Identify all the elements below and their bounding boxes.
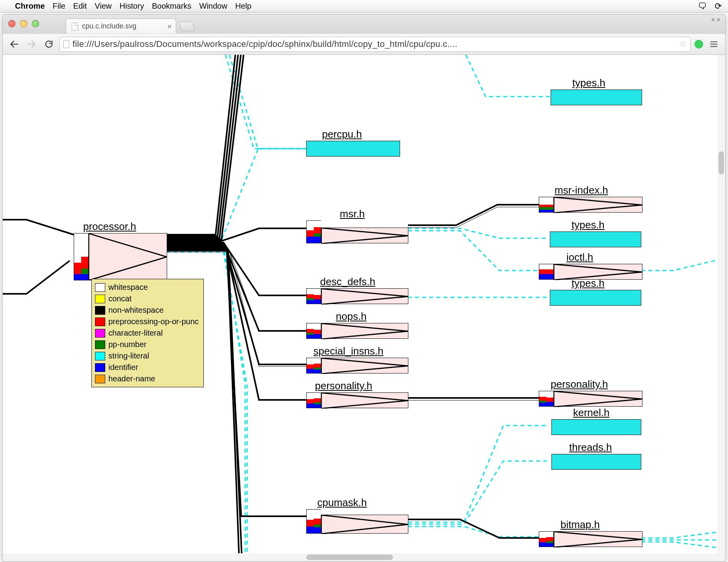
menubar-history[interactable]: History [119, 2, 144, 11]
legend-item-label: header-name [108, 374, 155, 383]
omnibox-url: file:///Users/paulross/Documents/workspa… [73, 39, 676, 49]
fullscreen-icon[interactable] [711, 18, 721, 27]
bookmark-star-icon[interactable]: ☆ [679, 39, 687, 49]
new-tab-button[interactable] [179, 22, 195, 31]
menubar-file[interactable]: File [53, 2, 65, 11]
horizontal-scroll-thumb[interactable] [306, 555, 393, 560]
legend-item: string-literal [95, 350, 199, 362]
legend-item: non-whitespace [95, 304, 199, 316]
url-scheme-icon [63, 40, 69, 48]
legend-item: preprocessing-op-or-punc [95, 316, 199, 327]
legend-item: whitespace [95, 282, 199, 293]
tab-favicon-icon [72, 22, 78, 30]
legend-item: character-literal [95, 327, 199, 339]
forward-button[interactable] [25, 37, 38, 51]
tab-close-icon[interactable]: × [167, 22, 172, 31]
legend-item-label: pp-number [108, 340, 147, 349]
menubar-bookmarks[interactable]: Bookmarks [152, 2, 192, 11]
browser-window: cpu.c.include.svg × file:///Users/paulro… [2, 14, 726, 562]
menubar-view[interactable]: View [95, 2, 112, 11]
page-viewport[interactable]: processor.h percpu.h types.h msr.h [3, 55, 725, 561]
legend-item-label: identifier [108, 363, 138, 372]
menubar-edit[interactable]: Edit [73, 2, 87, 11]
back-button[interactable] [7, 37, 21, 51]
vertical-scrollbar[interactable] [717, 55, 725, 561]
reload-button[interactable] [42, 37, 56, 51]
extension-evernote-icon[interactable] [694, 40, 703, 49]
window-controls [8, 20, 39, 27]
legend-item-label: character-literal [108, 329, 163, 338]
tabstrip: cpu.c.include.svg × [3, 15, 725, 34]
legend-item-label: concat [108, 294, 132, 303]
legend-item: concat [95, 293, 199, 304]
vertical-scroll-thumb[interactable] [719, 151, 724, 174]
chrome-menu-button[interactable] [707, 37, 721, 51]
menubar-app-name[interactable]: Chrome [15, 2, 45, 11]
legend-item-label: preprocessing-op-or-punc [108, 317, 199, 326]
legend-item: identifier [95, 362, 199, 373]
legend-item: pp-number [95, 339, 199, 350]
status-sync-icon[interactable]: ⟳ [715, 1, 722, 11]
status-speech-icon[interactable]: 🗨 [698, 1, 707, 11]
omnibox[interactable]: file:///Users/paulross/Documents/workspa… [60, 37, 691, 52]
legend-box: whitespace concat non-whitespace preproc… [91, 279, 204, 387]
legend-item: header-name [95, 373, 199, 385]
browser-toolbar: file:///Users/paulross/Documents/workspa… [3, 34, 725, 55]
menubar-window[interactable]: Window [199, 2, 227, 11]
window-zoom-button[interactable] [32, 20, 39, 27]
browser-tab[interactable]: cpu.c.include.svg × [66, 19, 176, 34]
tab-title: cpu.c.include.svg [82, 22, 136, 30]
horizontal-scrollbar[interactable] [3, 553, 717, 561]
window-minimize-button[interactable] [20, 20, 27, 27]
legend-item-label: non-whitespace [108, 306, 164, 315]
legend-item-label: string-literal [108, 351, 149, 360]
legend-item-label: whitespace [108, 283, 148, 292]
menubar-help[interactable]: Help [235, 2, 251, 11]
window-close-button[interactable] [8, 20, 15, 27]
mac-menubar: Chrome File Edit View History Bookmarks … [0, 0, 728, 13]
